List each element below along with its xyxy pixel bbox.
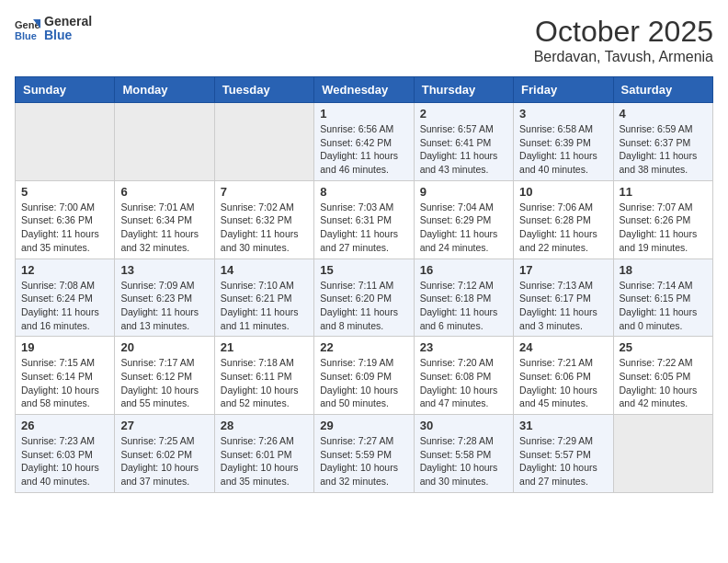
- calendar-day-15: 15Sunrise: 7:11 AMSunset: 6:20 PMDayligh…: [314, 259, 414, 337]
- calendar-day-31: 31Sunrise: 7:29 AMSunset: 5:57 PMDayligh…: [514, 415, 613, 493]
- calendar-day-17: 17Sunrise: 7:13 AMSunset: 6:17 PMDayligh…: [514, 259, 613, 337]
- calendar-day-5: 5Sunrise: 7:00 AMSunset: 6:36 PMDaylight…: [16, 180, 115, 259]
- day-info: Sunrise: 6:58 AMSunset: 6:39 PMDaylight:…: [519, 122, 607, 177]
- day-number: 28: [221, 419, 308, 432]
- calendar-day-21: 21Sunrise: 7:18 AMSunset: 6:11 PMDayligh…: [214, 337, 313, 415]
- day-number: 8: [320, 185, 407, 199]
- header-saturday: Saturday: [613, 77, 712, 103]
- calendar-week-row: 26Sunrise: 7:23 AMSunset: 6:03 PMDayligh…: [16, 415, 713, 493]
- calendar-day-empty: [613, 415, 712, 493]
- title-block: October 2025 Berdavan, Tavush, Armenia: [534, 15, 713, 65]
- calendar-day-25: 25Sunrise: 7:22 AMSunset: 6:05 PMDayligh…: [613, 337, 712, 415]
- calendar-day-7: 7Sunrise: 7:02 AMSunset: 6:32 PMDaylight…: [214, 180, 313, 259]
- calendar-day-22: 22Sunrise: 7:19 AMSunset: 6:09 PMDayligh…: [314, 337, 414, 415]
- day-number: 21: [221, 340, 308, 354]
- day-info: Sunrise: 7:21 AMSunset: 6:06 PMDaylight:…: [519, 356, 607, 410]
- calendar-day-1: 1Sunrise: 6:56 AMSunset: 6:42 PMDaylight…: [314, 103, 414, 181]
- day-info: Sunrise: 7:20 AMSunset: 6:08 PMDaylight:…: [420, 356, 507, 410]
- day-number: 18: [620, 263, 707, 277]
- location-title: Berdavan, Tavush, Armenia: [534, 49, 713, 65]
- day-info: Sunrise: 7:28 AMSunset: 5:58 PMDaylight:…: [420, 434, 507, 488]
- header-monday: Monday: [115, 77, 214, 103]
- day-info: Sunrise: 7:23 AMSunset: 6:03 PMDaylight:…: [21, 434, 108, 488]
- day-info: Sunrise: 7:14 AMSunset: 6:15 PMDaylight:…: [620, 279, 707, 333]
- day-number: 9: [420, 185, 507, 199]
- calendar-day-8: 8Sunrise: 7:03 AMSunset: 6:31 PMDaylight…: [314, 180, 414, 259]
- day-number: 16: [420, 263, 507, 277]
- day-info: Sunrise: 7:12 AMSunset: 6:18 PMDaylight:…: [420, 279, 507, 333]
- day-info: Sunrise: 7:01 AMSunset: 6:34 PMDaylight:…: [120, 201, 208, 255]
- day-info: Sunrise: 7:15 AMSunset: 6:14 PMDaylight:…: [21, 356, 108, 410]
- day-number: 7: [221, 185, 308, 199]
- calendar-header-row: SundayMondayTuesdayWednesdayThursdayFrid…: [16, 77, 713, 103]
- day-number: 4: [620, 107, 707, 121]
- day-info: Sunrise: 6:59 AMSunset: 6:37 PMDaylight:…: [620, 122, 707, 177]
- day-number: 20: [120, 340, 208, 354]
- day-info: Sunrise: 7:06 AMSunset: 6:28 PMDaylight:…: [519, 201, 607, 255]
- day-info: Sunrise: 7:07 AMSunset: 6:26 PMDaylight:…: [620, 201, 707, 255]
- day-number: 1: [320, 107, 407, 121]
- calendar-day-2: 2Sunrise: 6:57 AMSunset: 6:41 PMDaylight…: [414, 103, 513, 181]
- day-info: Sunrise: 6:57 AMSunset: 6:41 PMDaylight:…: [420, 122, 507, 177]
- day-info: Sunrise: 7:13 AMSunset: 6:17 PMDaylight:…: [519, 279, 607, 333]
- calendar-day-30: 30Sunrise: 7:28 AMSunset: 5:58 PMDayligh…: [414, 415, 513, 493]
- calendar-day-16: 16Sunrise: 7:12 AMSunset: 6:18 PMDayligh…: [414, 259, 513, 337]
- day-info: Sunrise: 7:03 AMSunset: 6:31 PMDaylight:…: [320, 201, 407, 255]
- day-number: 14: [221, 263, 308, 277]
- day-info: Sunrise: 7:18 AMSunset: 6:11 PMDaylight:…: [221, 356, 308, 410]
- day-info: Sunrise: 7:11 AMSunset: 6:20 PMDaylight:…: [320, 279, 407, 333]
- calendar-day-10: 10Sunrise: 7:06 AMSunset: 6:28 PMDayligh…: [514, 180, 613, 259]
- calendar-day-12: 12Sunrise: 7:08 AMSunset: 6:24 PMDayligh…: [16, 259, 115, 337]
- calendar-day-28: 28Sunrise: 7:26 AMSunset: 6:01 PMDayligh…: [214, 415, 313, 493]
- day-number: 10: [519, 185, 607, 199]
- day-info: Sunrise: 7:09 AMSunset: 6:23 PMDaylight:…: [120, 279, 208, 333]
- day-number: 29: [320, 419, 407, 432]
- day-number: 11: [620, 185, 707, 199]
- logo: General Blue General Blue: [15, 15, 92, 43]
- day-info: Sunrise: 7:02 AMSunset: 6:32 PMDaylight:…: [221, 201, 308, 255]
- logo-line2: Blue: [44, 29, 92, 42]
- day-info: Sunrise: 7:04 AMSunset: 6:29 PMDaylight:…: [420, 201, 507, 255]
- header-thursday: Thursday: [414, 77, 513, 103]
- calendar-day-26: 26Sunrise: 7:23 AMSunset: 6:03 PMDayligh…: [16, 415, 115, 493]
- calendar-week-row: 12Sunrise: 7:08 AMSunset: 6:24 PMDayligh…: [16, 259, 713, 337]
- calendar-day-14: 14Sunrise: 7:10 AMSunset: 6:21 PMDayligh…: [214, 259, 313, 337]
- calendar-table: SundayMondayTuesdayWednesdayThursdayFrid…: [15, 76, 713, 493]
- day-number: 26: [21, 419, 108, 432]
- calendar-week-row: 5Sunrise: 7:00 AMSunset: 6:36 PMDaylight…: [16, 180, 713, 259]
- day-number: 12: [21, 263, 108, 277]
- calendar-day-empty: [16, 103, 115, 181]
- day-info: Sunrise: 7:25 AMSunset: 6:02 PMDaylight:…: [120, 434, 208, 488]
- day-number: 31: [519, 419, 607, 432]
- calendar-week-row: 1Sunrise: 6:56 AMSunset: 6:42 PMDaylight…: [16, 103, 713, 181]
- day-number: 15: [320, 263, 407, 277]
- day-info: Sunrise: 7:27 AMSunset: 5:59 PMDaylight:…: [320, 434, 407, 488]
- month-title: October 2025: [534, 15, 713, 49]
- calendar-day-9: 9Sunrise: 7:04 AMSunset: 6:29 PMDaylight…: [414, 180, 513, 259]
- calendar-day-4: 4Sunrise: 6:59 AMSunset: 6:37 PMDaylight…: [613, 103, 712, 181]
- day-number: 30: [420, 419, 507, 432]
- calendar-day-18: 18Sunrise: 7:14 AMSunset: 6:15 PMDayligh…: [613, 259, 712, 337]
- header-tuesday: Tuesday: [214, 77, 313, 103]
- day-number: 2: [420, 107, 507, 121]
- day-info: Sunrise: 7:19 AMSunset: 6:09 PMDaylight:…: [320, 356, 407, 410]
- calendar-day-29: 29Sunrise: 7:27 AMSunset: 5:59 PMDayligh…: [314, 415, 414, 493]
- calendar-day-27: 27Sunrise: 7:25 AMSunset: 6:02 PMDayligh…: [115, 415, 214, 493]
- day-number: 22: [320, 340, 407, 354]
- calendar-day-11: 11Sunrise: 7:07 AMSunset: 6:26 PMDayligh…: [613, 180, 712, 259]
- day-info: Sunrise: 7:10 AMSunset: 6:21 PMDaylight:…: [221, 279, 308, 333]
- calendar-day-20: 20Sunrise: 7:17 AMSunset: 6:12 PMDayligh…: [115, 337, 214, 415]
- page-header: General Blue General Blue October 2025 B…: [15, 15, 713, 65]
- day-number: 6: [120, 185, 208, 199]
- day-number: 24: [519, 340, 607, 354]
- day-info: Sunrise: 7:08 AMSunset: 6:24 PMDaylight:…: [21, 279, 108, 333]
- logo-icon: General Blue: [15, 16, 40, 41]
- calendar-day-empty: [214, 103, 313, 181]
- day-info: Sunrise: 7:26 AMSunset: 6:01 PMDaylight:…: [221, 434, 308, 488]
- logo-line1: General: [44, 15, 92, 29]
- day-number: 23: [420, 340, 507, 354]
- calendar-week-row: 19Sunrise: 7:15 AMSunset: 6:14 PMDayligh…: [16, 337, 713, 415]
- day-number: 27: [120, 419, 208, 432]
- calendar-day-6: 6Sunrise: 7:01 AMSunset: 6:34 PMDaylight…: [115, 180, 214, 259]
- calendar-day-empty: [115, 103, 214, 181]
